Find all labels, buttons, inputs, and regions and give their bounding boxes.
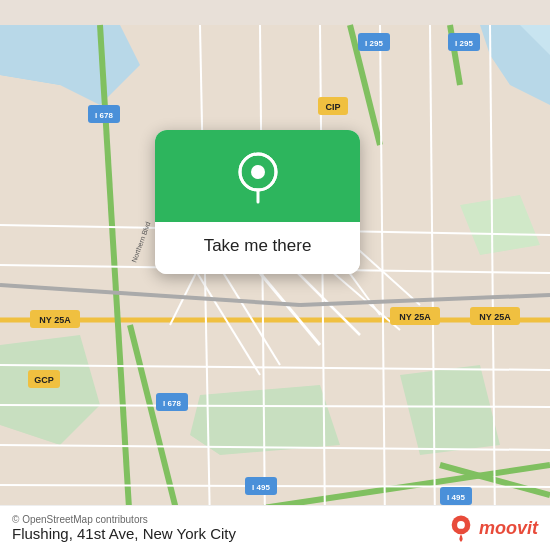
location-card: Take me there (155, 130, 360, 274)
take-me-there-button[interactable]: Take me there (171, 236, 344, 256)
svg-text:NY 25A: NY 25A (39, 315, 71, 325)
card-body: Take me there (155, 222, 360, 274)
svg-text:NY 25A: NY 25A (479, 312, 511, 322)
location-pin-icon (232, 152, 284, 204)
svg-text:NY 25A: NY 25A (399, 312, 431, 322)
location-title: Flushing, 41st Ave, New York City (12, 525, 236, 542)
svg-text:I 678: I 678 (163, 399, 181, 408)
svg-text:I 495: I 495 (447, 493, 465, 502)
svg-point-65 (457, 521, 465, 529)
svg-text:I 295: I 295 (365, 39, 383, 48)
moovit-logo: moovit (447, 514, 538, 542)
svg-text:I 495: I 495 (252, 483, 270, 492)
svg-text:GCP: GCP (34, 375, 54, 385)
svg-point-62 (251, 165, 265, 179)
card-header (155, 130, 360, 222)
map-container: NY 25A NY 25A NY 25A I 678 I 678 I 295 I… (0, 0, 550, 550)
svg-text:CIP: CIP (325, 102, 340, 112)
moovit-pin-icon (447, 514, 475, 542)
bottom-info: © OpenStreetMap contributors Flushing, 4… (12, 514, 236, 542)
svg-text:I 678: I 678 (95, 111, 113, 120)
svg-text:I 295: I 295 (455, 39, 473, 48)
bottom-bar: © OpenStreetMap contributors Flushing, 4… (0, 505, 550, 550)
attribution-text: © OpenStreetMap contributors (12, 514, 236, 525)
moovit-brand-text: moovit (479, 518, 538, 539)
